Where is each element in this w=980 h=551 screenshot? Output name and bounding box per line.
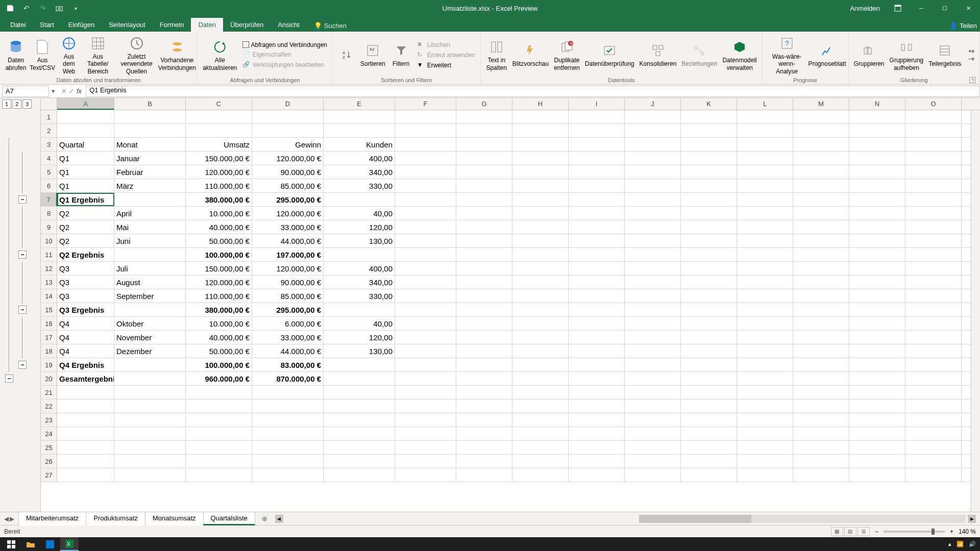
cell[interactable] (569, 138, 625, 151)
cell[interactable]: 110.000,00 € (186, 289, 252, 303)
cell[interactable] (793, 220, 849, 234)
cell[interactable] (512, 152, 569, 165)
cell[interactable] (737, 138, 793, 151)
cell[interactable] (737, 207, 793, 220)
cell[interactable] (737, 152, 793, 165)
row-header[interactable]: 11 (41, 248, 57, 261)
cell[interactable] (737, 248, 793, 261)
cell[interactable] (625, 248, 681, 261)
cell[interactable] (252, 386, 324, 399)
cell[interactable] (793, 441, 849, 454)
cell[interactable] (793, 234, 849, 247)
cell[interactable]: 120.000,00 € (186, 165, 252, 179)
cell[interactable]: Gesamtergebnis (57, 372, 114, 385)
cell[interactable] (456, 413, 512, 427)
cell[interactable] (681, 317, 737, 330)
cell[interactable] (57, 386, 114, 399)
cell[interactable]: Q3 (57, 289, 114, 303)
row-header[interactable]: 26 (41, 455, 57, 468)
column-header-I[interactable]: I (569, 98, 625, 110)
outline-collapse-button[interactable]: − (18, 306, 27, 314)
cell[interactable] (252, 413, 324, 427)
select-all-corner[interactable] (41, 98, 57, 110)
row-header[interactable]: 6 (41, 179, 57, 192)
cell[interactable] (681, 193, 737, 206)
from-text-csv-button[interactable]: Aus Text/CSV (30, 37, 55, 72)
cell[interactable] (456, 372, 512, 385)
cell[interactable]: 130,00 (324, 344, 395, 358)
cell[interactable] (395, 220, 456, 234)
cell[interactable] (395, 344, 456, 358)
cell[interactable]: Q3 (57, 276, 114, 289)
row-header[interactable]: 12 (41, 262, 57, 275)
cell[interactable] (456, 386, 512, 399)
cell[interactable]: 150.000,00 € (186, 152, 252, 165)
cell[interactable] (737, 276, 793, 289)
row-header[interactable]: 27 (41, 468, 57, 482)
cell[interactable] (114, 427, 186, 440)
cell[interactable] (905, 468, 962, 482)
tell-me-search[interactable]: 💡 Suchen (314, 22, 347, 32)
cell[interactable]: 150.000,00 € (186, 262, 252, 275)
cell[interactable]: Gewinn (252, 138, 324, 151)
cell[interactable] (512, 372, 569, 385)
cell[interactable] (793, 427, 849, 440)
cell[interactable] (905, 399, 962, 413)
cell[interactable] (905, 331, 962, 344)
close-button[interactable]: ✕ (957, 0, 980, 16)
cell[interactable] (681, 427, 737, 440)
sort-button[interactable]: AZSortieren (358, 41, 387, 68)
cell[interactable] (114, 372, 186, 385)
cell[interactable]: April (114, 207, 186, 220)
tray-network-icon[interactable]: 📶 (957, 541, 964, 547)
cell[interactable] (395, 427, 456, 440)
cell[interactable] (512, 165, 569, 179)
maximize-button[interactable]: ☐ (933, 0, 957, 16)
cell[interactable] (252, 441, 324, 454)
ribbon-tab-seitenlayout[interactable]: Seitenlayout (102, 18, 153, 32)
cell[interactable] (456, 317, 512, 330)
cell[interactable]: 400,00 (324, 262, 395, 275)
cell[interactable] (395, 289, 456, 303)
column-header-O[interactable]: O (905, 98, 962, 110)
cell[interactable] (793, 179, 849, 192)
cell[interactable] (625, 413, 681, 427)
cell[interactable] (569, 207, 625, 220)
fx-icon[interactable]: fx (77, 87, 82, 95)
cell[interactable] (569, 455, 625, 468)
column-header-F[interactable]: F (395, 98, 456, 110)
undo-icon[interactable]: ↶ (20, 2, 33, 14)
cell[interactable] (252, 124, 324, 137)
cell[interactable] (625, 207, 681, 220)
cell[interactable] (905, 427, 962, 440)
cell[interactable] (905, 234, 962, 247)
cell[interactable] (512, 220, 569, 234)
cell[interactable] (793, 317, 849, 330)
row-header[interactable]: 23 (41, 413, 57, 427)
cell[interactable] (569, 276, 625, 289)
cell[interactable] (569, 331, 625, 344)
cell[interactable] (681, 289, 737, 303)
cell[interactable] (512, 386, 569, 399)
cell[interactable] (456, 399, 512, 413)
name-box[interactable]: A7 (2, 86, 49, 97)
cell[interactable] (395, 179, 456, 192)
cell[interactable] (569, 124, 625, 137)
cell[interactable] (625, 262, 681, 275)
cell[interactable] (849, 193, 905, 206)
cell[interactable] (395, 413, 456, 427)
cell[interactable] (512, 289, 569, 303)
row-header[interactable]: 2 (41, 124, 57, 137)
qat-customize-icon[interactable]: ▾ (69, 2, 82, 14)
cell[interactable] (114, 303, 186, 316)
cell[interactable] (512, 317, 569, 330)
cell[interactable] (849, 358, 905, 371)
cell[interactable]: 380.000,00 € (186, 193, 252, 206)
cell[interactable] (849, 207, 905, 220)
cell[interactable] (793, 207, 849, 220)
cell[interactable] (569, 179, 625, 192)
hscroll-left[interactable]: ◀ (275, 515, 283, 523)
cell[interactable]: Februar (114, 165, 186, 179)
cell[interactable] (512, 234, 569, 247)
cell[interactable] (849, 179, 905, 192)
